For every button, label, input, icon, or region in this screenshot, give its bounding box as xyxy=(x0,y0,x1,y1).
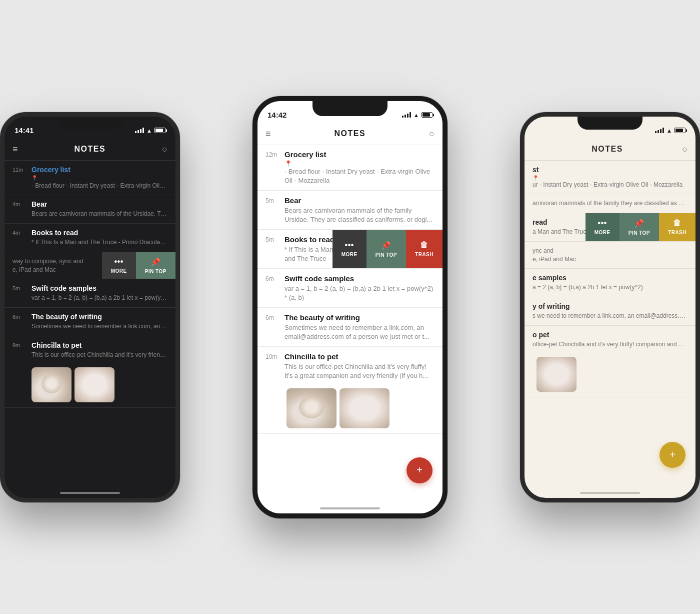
phone-right: ▲ NOTES ○ st 📍 ur - Instant Dry yeast - … xyxy=(520,112,700,502)
title-left: NOTES xyxy=(74,145,106,154)
pin-button-center[interactable]: 📌 PIN TOP xyxy=(366,230,406,268)
note-content: Grocery list 📍 - Bread flour - Instant D… xyxy=(284,150,434,185)
more-label: MORE xyxy=(594,230,610,235)
trash-icon: 🗑 xyxy=(420,241,428,250)
note-preview: - Bread flour - Instant Dry yeast - Extr… xyxy=(32,182,168,190)
list-item[interactable]: 6m The beauty of writing Sometimes we ne… xyxy=(258,308,442,347)
note-content: Chincilla to pet This is our office-pet … xyxy=(284,352,434,380)
status-icons-center: ▲ xyxy=(402,112,432,118)
more-label: MORE xyxy=(342,252,358,257)
more-button-left[interactable]: ••• MORE xyxy=(102,252,136,279)
list-item[interactable]: o pet office-pet Chinchilla and it's ver… xyxy=(524,326,696,397)
list-item[interactable]: way to compose, sync and e, iPad and Mac… xyxy=(4,252,176,280)
list-item[interactable]: read a Man and The Truce - Primo Levi * … xyxy=(524,213,696,242)
note-content: way to compose, sync and e, iPad and Mac xyxy=(12,257,106,274)
search-icon-right[interactable]: ○ xyxy=(682,144,688,155)
note-title: The beauty of writing xyxy=(32,313,168,321)
app-header-right: NOTES ○ xyxy=(524,139,696,161)
more-label: MORE xyxy=(111,268,127,274)
list-item[interactable]: 9m Chincilla to pet This is our office-p… xyxy=(4,336,176,408)
battery-icon-left xyxy=(154,128,166,133)
note-content: The beauty of writing Sometimes we need … xyxy=(32,313,168,331)
note-preview: var a = 1, b = 2 (a, b) = (b,a) a 2b 1 l… xyxy=(284,284,434,302)
signal-icon-left xyxy=(135,128,144,133)
note-content: o pet office-pet Chinchilla and it's ver… xyxy=(532,331,688,349)
note-time: 10m xyxy=(266,352,280,380)
swipe-actions-center: ••• MORE 📌 PIN TOP 🗑 TRASH xyxy=(332,230,442,268)
note-content: The beauty of writing Sometimes we need … xyxy=(284,313,434,341)
battery-icon-right xyxy=(674,128,686,133)
list-item[interactable]: 5m Swift code samples var a = 1, b = 2 (… xyxy=(4,279,176,308)
note-content: Books to read * If This Is a Man and The… xyxy=(32,229,168,247)
list-item[interactable]: 5m Books to read * If This Is a Man and … xyxy=(258,230,442,269)
more-button-right[interactable]: ••• MORE xyxy=(586,213,620,241)
phone-center: 14:42 ▲ ≡ NOTES ○ xyxy=(252,96,448,518)
list-item[interactable]: ync and e, iPad and Mac xyxy=(524,242,696,269)
note-content: Grocery list 📍 - Bread flour - Instant D… xyxy=(32,166,168,190)
list-item[interactable]: 4m Bear Bears are carnivoran mammals of … xyxy=(4,195,176,224)
note-content: y of writing s we need to remember a lin… xyxy=(532,302,688,320)
pin-button-left[interactable]: 📌 PIN TOP xyxy=(136,252,176,279)
note-preview: This is our office-pet Chinchilla and it… xyxy=(32,351,168,359)
list-item[interactable]: 12m Grocery list 📍 - Bread flour - Insta… xyxy=(258,145,442,191)
new-note-button-center[interactable]: + xyxy=(406,457,432,483)
pin-icon: 📍 xyxy=(32,175,168,181)
note-title: Grocery list xyxy=(32,166,168,174)
note-time: 9m xyxy=(12,341,26,359)
search-icon-left[interactable]: ○ xyxy=(162,144,168,155)
list-item[interactable]: 5m Bear Bears are carnivoran mammals of … xyxy=(258,191,442,230)
menu-icon-left[interactable]: ≡ xyxy=(12,144,18,155)
note-time: 11m xyxy=(12,166,26,190)
trash-icon: 🗑 xyxy=(673,219,682,228)
list-item[interactable]: 6m Swift code samples var a = 1, b = 2 (… xyxy=(258,269,442,308)
trash-button-center[interactable]: 🗑 TRASH xyxy=(406,230,442,268)
note-preview: e, iPad and Mac xyxy=(12,266,106,274)
note-preview: s we need to remember a link.com, an ema… xyxy=(532,312,688,320)
pin-icon: 📍 xyxy=(532,175,688,181)
pin-icon: 📌 xyxy=(381,241,392,250)
menu-icon-center[interactable]: ≡ xyxy=(266,129,271,139)
time-center: 14:42 xyxy=(268,111,286,119)
signal-icon-center xyxy=(402,112,411,118)
note-title: Swift code samples xyxy=(284,274,434,283)
more-dots-icon: ••• xyxy=(114,257,124,266)
note-content: Bear Bears are carnivoran mammals of the… xyxy=(284,196,434,224)
list-item[interactable]: 11m Grocery list 📍 - Bread flour - Insta… xyxy=(4,161,176,196)
pin-icon: 📍 xyxy=(284,160,434,167)
list-item[interactable]: arnivoran mammals of the family they are… xyxy=(524,194,696,213)
image-thumb-2 xyxy=(340,388,390,428)
search-icon-center[interactable]: ○ xyxy=(429,129,434,139)
note-title: The beauty of writing xyxy=(284,313,434,322)
image-thumb-1 xyxy=(536,357,576,392)
new-note-button-right[interactable]: + xyxy=(660,442,686,468)
status-icons-right: ▲ xyxy=(655,128,686,134)
list-item[interactable]: y of writing s we need to remember a lin… xyxy=(524,297,696,326)
wifi-icon-center: ▲ xyxy=(414,112,419,118)
image-thumb-1 xyxy=(32,367,72,402)
list-item[interactable]: 10m Chincilla to pet This is our office-… xyxy=(258,347,442,434)
phone-left: 14:41 ▲ ≡ NOTES ○ xyxy=(0,112,180,502)
note-preview: Sometimes we need to remember a link.com… xyxy=(32,322,168,331)
note-images-center xyxy=(266,388,434,428)
add-icon-center: + xyxy=(416,464,422,476)
wifi-icon-right: ▲ xyxy=(666,128,672,134)
list-item[interactable]: 6m The beauty of writing Sometimes we ne… xyxy=(4,308,176,336)
add-icon-right: + xyxy=(670,449,676,460)
app-header-center: ≡ NOTES ○ xyxy=(258,123,442,145)
pin-button-right[interactable]: 📌 PIN TOP xyxy=(620,213,659,241)
note-title: Books to read xyxy=(32,229,168,237)
list-item[interactable]: 4m Books to read * If This Is a Man and … xyxy=(4,224,176,252)
more-button-center[interactable]: ••• MORE xyxy=(332,230,366,268)
note-title: y of writing xyxy=(532,302,688,310)
swipe-actions-left: ••• MORE 📌 PIN TOP xyxy=(102,252,176,279)
note-time: 12m xyxy=(266,150,280,185)
note-preview: e, iPad and Mac xyxy=(532,255,688,264)
list-item[interactable]: e samples a = 2 (a, b) = (b,a) a 2b 1 le… xyxy=(524,269,696,297)
time-left: 14:41 xyxy=(14,126,34,135)
note-title: Chincilla to pet xyxy=(284,352,434,361)
list-item[interactable]: st 📍 ur - Instant Dry yeast - Extra-virg… xyxy=(524,161,696,195)
note-title: Swift code samples xyxy=(32,284,168,292)
note-preview: * If This Is a Man and The Truce - Primo… xyxy=(32,238,168,247)
trash-button-right[interactable]: 🗑 TRASH xyxy=(659,213,696,241)
note-content: Bear Bears are carnivoran mammals of the… xyxy=(32,200,168,218)
